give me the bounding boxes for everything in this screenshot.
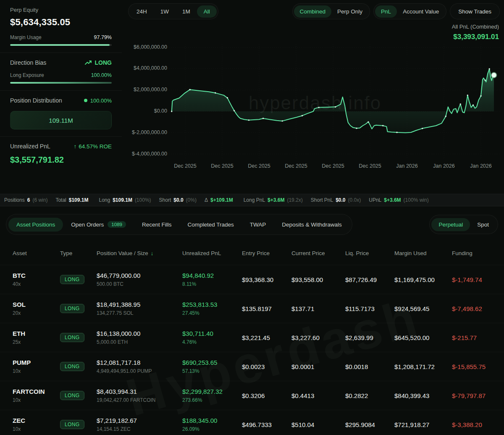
y-axis-tick: $4,000,000.00 [126, 65, 167, 71]
chart-title: All PnL (Combined) [452, 24, 499, 30]
current-price: $137.71 [291, 305, 345, 312]
column-header-type[interactable]: Type [60, 250, 97, 256]
entry-price: $135.8197 [242, 305, 291, 312]
y-axis-tick: $-4,000,000.00 [126, 151, 167, 157]
margin-used: $721,918.27 [394, 421, 452, 428]
summary-stat: Total $109.1M [55, 197, 91, 203]
table-row[interactable]: SOL 20x LONG $18,491,388.95 134,277.75 S… [0, 294, 504, 323]
liq-price: $2,639.99 [345, 334, 394, 341]
unrealized-pnl-value: $188,345.00 [182, 417, 242, 424]
range-1w-button[interactable]: 1W [154, 5, 176, 18]
margin-usage-label: Margin Usage [10, 34, 42, 40]
metric-toggle-group: PnL Account Value [373, 3, 446, 19]
tab-label: Completed Trades [187, 221, 234, 228]
position-type-badge: LONG [60, 304, 84, 313]
stat-label: Positions [4, 197, 25, 203]
combine-toggle-group: Combined Perp Only [292, 3, 370, 19]
current-price: $0.4413 [291, 392, 345, 399]
range-1m-button[interactable]: 1M [176, 5, 197, 18]
position-type-badge: LONG [60, 391, 84, 400]
account-value-button[interactable]: Account Value [397, 5, 445, 18]
position-value: $12,081,717.18 [97, 359, 182, 366]
table-body: BTC 40x LONG $46,779,000.00 500.00 BTC $… [0, 265, 504, 435]
stat-sub: (0.0x) [348, 197, 361, 203]
position-distribution-total: 109.11M [10, 111, 112, 129]
column-header-unrealized-pnl[interactable]: Unrealized PnL [182, 250, 242, 256]
margin-used: $840,399.43 [394, 392, 452, 399]
table-row[interactable]: ETH 25x LONG $16,138,000.00 5,000.00 ETH… [0, 323, 504, 352]
stat-sub: (6 win) [32, 197, 47, 203]
margin-used: $1,169,475.00 [394, 276, 452, 283]
column-header-funding[interactable]: Funding [452, 250, 504, 256]
market-type-toggle: Perpetual Spot [429, 215, 498, 234]
column-header-liq-price[interactable]: Liq. Price [345, 250, 394, 256]
tab-label: Recent Fills [142, 221, 172, 228]
table-row[interactable]: FARTCOIN 10x LONG $8,403,994.31 19,042,4… [0, 381, 504, 410]
unrealized-pnl-value: $690,253.65 [182, 359, 242, 366]
column-header-entry-price[interactable]: Entry Price [242, 250, 291, 256]
long-exposure-label: Long Exposure [10, 72, 44, 78]
range-all-button[interactable]: All [197, 5, 217, 18]
summary-stat: Long PnL $+3.6M (19.2x) [244, 197, 303, 203]
liq-price: $87,726.49 [345, 276, 394, 283]
tab-label: Deposits & Withdrawals [282, 221, 342, 228]
funding-value: $-15,855.75 [452, 363, 504, 370]
tab-recent-fills[interactable]: Recent Fills [134, 218, 180, 232]
summary-stat: Positions 6 (6 win) [4, 197, 47, 203]
column-header-asset[interactable]: Asset [13, 250, 60, 256]
table-row[interactable]: ZEC 10x LONG $7,219,182.67 14,154.15 ZEC… [0, 410, 504, 435]
asset-leverage: 40x [13, 281, 60, 287]
y-axis-tick: $2,000,000.00 [126, 87, 167, 92]
range-24h-button[interactable]: 24H [130, 5, 154, 18]
position-size: 500.00 BTC [97, 281, 182, 287]
column-header-position-value[interactable]: Position Value / Size↓ [97, 250, 182, 256]
tab-completed-trades[interactable]: Completed Trades [179, 218, 242, 232]
tab-deposits-withdrawals[interactable]: Deposits & Withdrawals [274, 218, 350, 232]
unrealized-pnl-value: $2,299,827.32 [182, 388, 242, 395]
stat-value: 6 [27, 197, 30, 203]
stat-sub: (0%) [186, 197, 197, 203]
pnl-metric-button[interactable]: PnL [375, 5, 397, 18]
unrealized-pnl-label: Unrealized PnL [10, 143, 50, 150]
asset-leverage: 10x [13, 368, 60, 374]
stat-label: Δ [205, 197, 208, 203]
column-header-current-price[interactable]: Current Price [291, 250, 345, 256]
funding-value: $-7,498.62 [452, 305, 504, 312]
asset-symbol: ETH [13, 330, 60, 337]
entry-price: $3,221.45 [242, 334, 291, 341]
entry-price: $496.7333 [242, 421, 291, 428]
table-row[interactable]: PUMP 10x LONG $12,081,717.18 4,949,494,9… [0, 352, 504, 381]
tab-open-orders[interactable]: Open Orders1089 [63, 217, 134, 232]
position-type-badge: LONG [60, 362, 84, 371]
y-axis-tick: $0.00 [126, 108, 167, 114]
tab-twap[interactable]: TWAP [242, 218, 274, 232]
position-size: 5,000.00 ETH [97, 339, 182, 345]
stat-sub: (100% win) [404, 197, 429, 203]
unrealized-pnl-pct: 4.76% [182, 339, 242, 345]
stat-label: Total [55, 197, 66, 203]
sidebar-divider [0, 136, 122, 137]
unrealized-pnl-pct: 273.66% [182, 397, 242, 403]
sidebar-divider [0, 90, 122, 91]
entry-price: $0.0023 [242, 363, 291, 370]
show-trades-button[interactable]: Show Trades [450, 3, 500, 19]
liq-price: $0.0018 [345, 363, 394, 370]
open-orders-count-badge: 1089 [108, 221, 126, 228]
column-header-margin-used[interactable]: Margin Used [394, 250, 452, 256]
tab-asset-positions[interactable]: Asset Positions [8, 218, 63, 232]
perpetual-toggle-button[interactable]: Perpetual [431, 218, 470, 231]
spot-toggle-button[interactable]: Spot [470, 218, 496, 231]
current-price: $3,227.60 [291, 334, 345, 341]
tab-label: Asset Positions [16, 221, 55, 228]
positions-table: Asset Type Position Value / Size↓ Unreal… [0, 242, 504, 435]
position-size: 14,154.15 ZEC [97, 426, 182, 432]
liq-price: $295.9084 [345, 421, 394, 428]
toggle-label: Spot [477, 221, 489, 228]
current-price: $0.0001 [291, 363, 345, 370]
perp-only-button[interactable]: Perp Only [331, 5, 368, 18]
table-row[interactable]: BTC 40x LONG $46,779,000.00 500.00 BTC $… [0, 265, 504, 294]
trending-up-icon [85, 60, 92, 65]
combined-button[interactable]: Combined [294, 5, 332, 18]
arrow-up-icon: ↑ [74, 143, 76, 150]
tab-label: TWAP [250, 221, 266, 228]
